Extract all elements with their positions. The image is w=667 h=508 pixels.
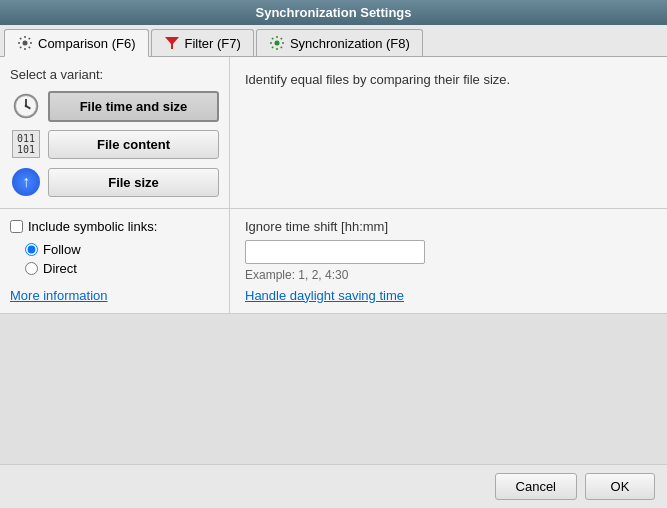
ok-button[interactable]: OK [585,473,655,500]
symbolic-links-row: Include symbolic links: [10,219,219,234]
gear-icon [17,35,33,51]
variant-row-time-size: File time and size [10,90,219,122]
variant-btn-content[interactable]: File content [48,130,219,159]
filter-icon [164,35,180,51]
svg-marker-1 [165,37,179,49]
main-content: Select a variant: File time and size [0,57,667,464]
description-text: Identify equal files by comparing their … [245,72,510,87]
tab-comparison[interactable]: Comparison (F6) [4,29,149,57]
binary-icon: 011101 [10,128,42,160]
right-panel: Identify equal files by comparing their … [230,57,667,208]
bottom-section: Include symbolic links: Follow Direct Mo… [0,209,667,313]
direct-radio-row: Direct [10,261,219,276]
bottom-left-panel: Include symbolic links: Follow Direct Mo… [0,209,230,313]
left-panel: Select a variant: File time and size [0,57,230,208]
clock-icon [10,90,42,122]
window-title: Synchronization Settings [255,5,411,20]
tab-synchronization-label: Synchronization (F8) [290,36,410,51]
arrow-up-icon: ↑ [10,166,42,198]
more-info-link[interactable]: More information [10,288,108,303]
follow-label: Follow [43,242,81,257]
symbolic-links-checkbox[interactable] [10,220,23,233]
tab-filter[interactable]: Filter (F7) [151,29,254,56]
tab-comparison-label: Comparison (F6) [38,36,136,51]
daylight-saving-link[interactable]: Handle daylight saving time [245,288,404,303]
bottom-right-panel: Ignore time shift [hh:mm] Example: 1, 2,… [230,209,667,313]
ignore-time-label: Ignore time shift [hh:mm] [245,219,652,234]
example-text: Example: 1, 2, 4:30 [245,268,652,282]
tab-bar: Comparison (F6) Filter (F7) Synchronizat… [0,25,667,57]
tab-synchronization[interactable]: Synchronization (F8) [256,29,423,56]
svg-point-0 [23,41,28,46]
gear-green-icon [269,35,285,51]
direct-label: Direct [43,261,77,276]
svg-point-7 [25,105,28,108]
svg-point-2 [274,41,279,46]
select-variant-label: Select a variant: [10,67,219,82]
gray-area [0,313,667,465]
direct-radio[interactable] [25,262,38,275]
variant-btn-size[interactable]: File size [48,168,219,197]
cancel-button[interactable]: Cancel [495,473,577,500]
title-bar: Synchronization Settings [0,0,667,25]
footer: Cancel OK [0,464,667,508]
time-shift-input[interactable] [245,240,425,264]
follow-radio[interactable] [25,243,38,256]
symbolic-links-label: Include symbolic links: [28,219,157,234]
top-section: Select a variant: File time and size [0,57,667,208]
variant-row-content: 011101 File content [10,128,219,160]
variant-btn-time-size[interactable]: File time and size [48,91,219,122]
follow-radio-row: Follow [10,242,219,257]
variant-row-size: ↑ File size [10,166,219,198]
tab-filter-label: Filter (F7) [185,36,241,51]
